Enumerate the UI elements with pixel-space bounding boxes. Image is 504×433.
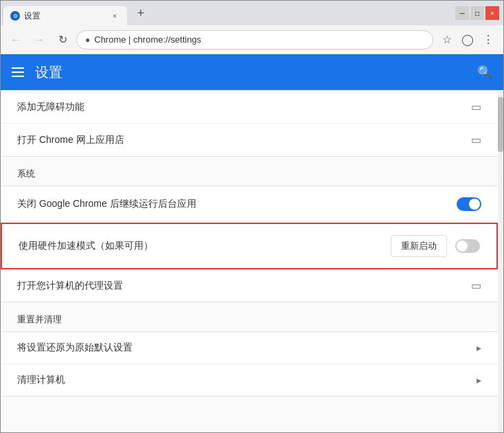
nav-bar: ← → ↻ ● Chrome | chrome://settings ☆ ◯ ⋮: [1, 25, 503, 54]
lock-icon: ●: [85, 35, 90, 45]
tab-strip: ⚙ 设置 × +: [1, 1, 451, 25]
restore-defaults-text: 将设置还原为原始默认设置: [17, 342, 477, 354]
proxy-settings-item[interactable]: 打开您计算机的代理设置 ▭: [1, 269, 498, 302]
close-button[interactable]: ×: [485, 6, 499, 20]
restore-defaults-item[interactable]: 将设置还原为原始默认设置 ▸: [1, 332, 498, 364]
tab-label: 设置: [24, 10, 105, 22]
tab-favicon: ⚙: [10, 11, 20, 21]
menu-button[interactable]: ⋮: [479, 30, 498, 49]
background-apps-text: 关闭 Google Chrome 后继续运行后台应用: [17, 198, 457, 210]
system-section-label: 系统: [1, 157, 498, 186]
arrow-icon-1: ▸: [477, 342, 481, 353]
settings-header: 设置 🔍: [1, 54, 503, 90]
top-section-card: 添加无障碍功能 ▭ 打开 Chrome 网上应用店 ▭: [1, 90, 498, 157]
clean-computer-item[interactable]: 清理计算机 ▸: [1, 364, 498, 396]
proxy-external-icon: ▭: [471, 279, 481, 292]
scrollbar[interactable]: [498, 90, 503, 432]
background-apps-toggle[interactable]: [457, 197, 481, 211]
proxy-settings-text: 打开您计算机的代理设置: [17, 280, 471, 292]
webstore-item[interactable]: 打开 Chrome 网上应用店 ▭: [1, 124, 498, 156]
hamburger-menu[interactable]: [12, 67, 24, 77]
address-sep: |: [126, 34, 134, 45]
nav-right-buttons: ☆ ◯ ⋮: [437, 30, 498, 49]
address-brand: Chrome: [94, 34, 126, 45]
window-frame: ⚙ 设置 × + ─ □ × ← → ↻ ● Chrome | chrome:/…: [0, 0, 504, 433]
external-link-icon-1: ▭: [471, 100, 481, 113]
hardware-accel-text: 使用硬件加速模式（如果可用）: [19, 240, 391, 252]
system-section-card: 关闭 Google Chrome 后继续运行后台应用 使用硬件加速模式（如果可用…: [1, 186, 498, 302]
search-icon[interactable]: 🔍: [477, 65, 492, 80]
back-button[interactable]: ←: [6, 30, 25, 49]
minimize-button[interactable]: ─: [455, 6, 469, 20]
tab-close-button[interactable]: ×: [109, 10, 120, 21]
hardware-accel-row: 使用硬件加速模式（如果可用） 重新启动: [1, 223, 498, 269]
new-tab-button[interactable]: +: [131, 3, 150, 23]
scrollbar-thumb[interactable]: [498, 97, 503, 152]
webstore-text: 打开 Chrome 网上应用店: [17, 134, 471, 146]
address-url: chrome://settings: [133, 34, 201, 45]
address-text: Chrome | chrome://settings: [94, 34, 424, 45]
clean-computer-text: 清理计算机: [17, 374, 477, 386]
active-tab[interactable]: ⚙ 设置 ×: [3, 6, 127, 25]
accessibility-item[interactable]: 添加无障碍功能 ▭: [1, 91, 498, 124]
hardware-accel-toggle[interactable]: [455, 239, 480, 253]
external-link-icon-2: ▭: [471, 133, 481, 146]
bookmark-button[interactable]: ☆: [437, 30, 457, 49]
background-apps-row: 关闭 Google Chrome 后继续运行后台应用: [1, 186, 498, 223]
reset-section: 重置并清理 将设置还原为原始默认设置 ▸ 清理计算机 ▸: [1, 302, 498, 397]
refresh-button[interactable]: ↻: [53, 30, 72, 49]
account-button[interactable]: ◯: [458, 30, 477, 49]
accessibility-text: 添加无障碍功能: [17, 101, 471, 113]
maximize-button[interactable]: □: [470, 6, 484, 20]
settings-title: 设置: [35, 63, 466, 82]
content-area: 添加无障碍功能 ▭ 打开 Chrome 网上应用店 ▭ 系统 关闭 Google…: [1, 90, 503, 432]
address-bar[interactable]: ● Chrome | chrome://settings: [76, 30, 433, 49]
reset-section-label: 重置并清理: [1, 302, 498, 331]
forward-button[interactable]: →: [30, 30, 49, 49]
reset-section-card: 将设置还原为原始默认设置 ▸ 清理计算机 ▸: [1, 331, 498, 397]
arrow-icon-2: ▸: [477, 375, 481, 386]
title-bar: ⚙ 设置 × + ─ □ ×: [1, 1, 503, 25]
restart-button[interactable]: 重新启动: [391, 235, 447, 257]
window-controls: ─ □ ×: [451, 1, 503, 25]
content-main: 添加无障碍功能 ▭ 打开 Chrome 网上应用店 ▭ 系统 关闭 Google…: [1, 90, 498, 432]
